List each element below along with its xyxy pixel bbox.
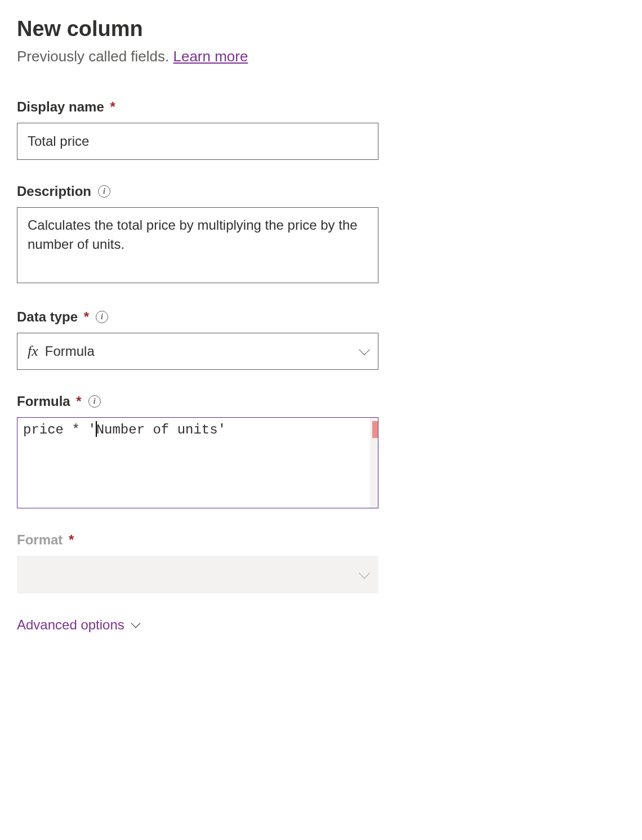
formula-label-row: Formula * i (17, 394, 625, 409)
panel-title: New column (17, 17, 625, 41)
chevron-wrapper (360, 349, 368, 354)
format-label: Format * (17, 532, 74, 548)
formula-text-after: Number of units' (96, 422, 226, 437)
data-type-value: Formula (45, 343, 95, 359)
learn-more-link[interactable]: Learn more (173, 48, 248, 65)
format-select[interactable] (17, 556, 378, 593)
data-type-field-group: Data type * i fx Formula (17, 309, 625, 370)
description-field-group: Description i Calculates the total price… (17, 184, 625, 285)
subtitle-prefix: Previously called fields. (17, 48, 173, 65)
formula-field-group: Formula * i price * 'Number of units' (17, 394, 625, 508)
advanced-options-label: Advanced options (17, 617, 124, 633)
format-label-row: Format * (17, 532, 625, 548)
format-field-group: Format * (17, 532, 625, 593)
display-name-label-row: Display name * (17, 99, 625, 115)
formula-scrollbar[interactable] (370, 418, 378, 508)
formula-content[interactable]: price * 'Number of units' (17, 418, 370, 508)
info-icon[interactable]: i (98, 185, 110, 198)
fx-icon: fx (28, 343, 38, 360)
formula-text-before: price * ' (23, 422, 96, 437)
data-type-label: Data type * (17, 309, 89, 325)
display-name-field-group: Display name * (17, 99, 625, 160)
info-icon[interactable]: i (88, 395, 101, 408)
panel-subtitle: Previously called fields. Learn more (17, 48, 625, 65)
info-icon[interactable]: i (96, 311, 108, 323)
required-asterisk: * (65, 532, 74, 547)
advanced-options-toggle[interactable]: Advanced options (17, 617, 625, 633)
data-type-select-wrapper: fx Formula (17, 333, 378, 370)
text-cursor (96, 421, 97, 437)
description-input[interactable]: Calculates the total price by multiplyin… (17, 207, 378, 283)
display-name-input[interactable] (17, 123, 378, 160)
chevron-wrapper (360, 573, 368, 577)
required-asterisk: * (80, 309, 89, 324)
required-asterisk: * (106, 99, 115, 114)
description-label-row: Description i (17, 184, 625, 199)
display-name-label: Display name * (17, 99, 115, 115)
formula-label: Formula * (17, 394, 82, 409)
data-type-label-row: Data type * i (17, 309, 625, 325)
format-select-wrapper (17, 556, 378, 593)
formula-scrollbar-thumb[interactable] (372, 421, 378, 438)
required-asterisk: * (73, 394, 82, 409)
description-label: Description (17, 184, 91, 199)
chevron-down-icon (131, 619, 140, 628)
formula-editor[interactable]: price * 'Number of units' (17, 417, 378, 508)
data-type-select[interactable]: fx Formula (17, 333, 378, 370)
